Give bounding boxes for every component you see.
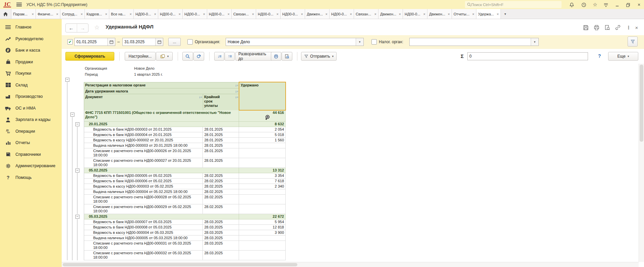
document-cell[interactable]: Выдача наличных НД00-000003 от 20.01.202…	[84, 143, 203, 148]
group-label[interactable]: ФНС 7715 КПП 771501001 (Общество с огран…	[84, 110, 239, 121]
due-date-cell[interactable]: 28.01.2025	[203, 143, 239, 148]
document-cell[interactable]: Выдача наличных НД00-000004 от 05.02.202…	[84, 189, 203, 194]
sidebar-item-7[interactable]: Производство	[0, 91, 62, 103]
global-search[interactable]	[465, 1, 562, 8]
horizontal-scrollbar[interactable]	[62, 262, 639, 267]
due-date-cell[interactable]: 28.03.2025	[203, 251, 239, 260]
history-icon[interactable]	[581, 2, 587, 8]
due-date-cell[interactable]: 28.02.2025	[203, 179, 239, 184]
tab-7[interactable]: НД00-0...×	[158, 9, 183, 19]
due-date-cell[interactable]: 28.02.2025	[203, 204, 239, 214]
organization-combo[interactable]: ▾	[226, 38, 364, 46]
tab-8[interactable]: НД00-0...×	[183, 9, 207, 19]
report-document-row[interactable]: Ведомость в банк НД00-000007 от 05.03.20…	[84, 219, 286, 225]
tab-close-icon[interactable]: ×	[399, 12, 401, 16]
find-button[interactable]	[182, 52, 193, 61]
sidebar-item-13[interactable]: Администрирование	[0, 160, 62, 172]
report-group-row-fns[interactable]: ФНС 7715 КПП 771501001 (Общество с огран…	[84, 110, 286, 122]
group-date-label[interactable]: 20.01.2025	[84, 122, 239, 127]
due-date-cell[interactable]: 28.03.2025	[203, 241, 239, 250]
amount-cell[interactable]	[239, 143, 286, 148]
calendar-icon[interactable]	[155, 38, 163, 46]
report-document-row[interactable]: Ведомость в кассу НД00-000004 от 05.03.2…	[84, 230, 286, 236]
tab-close-icon[interactable]: ×	[81, 12, 83, 16]
amount-cell[interactable]	[239, 148, 286, 158]
tab-close-icon[interactable]: ×	[326, 12, 328, 16]
collapse-groups-button[interactable]: ↓≡	[214, 52, 224, 61]
tab-close-icon[interactable]: ×	[301, 12, 303, 16]
document-cell[interactable]: Ведомость в банк НД00-000004 от 20.01.20…	[84, 132, 203, 137]
due-date-cell[interactable]: 28.01.2025	[203, 127, 239, 132]
report-variants-button[interactable]: ▾	[156, 52, 173, 61]
organization-input[interactable]	[226, 40, 356, 44]
report-document-row[interactable]: Списание с расчетного счета НД00-000026 …	[84, 148, 286, 158]
report-document-row[interactable]: Ведомость в кассу НД00-000003 от 05.02.2…	[84, 184, 286, 189]
due-date-cell[interactable]: 28.02.2025	[203, 184, 239, 189]
sidebar-item-12[interactable]: Справочники	[0, 149, 62, 160]
global-search-input[interactable]	[471, 3, 560, 7]
tab-close-icon[interactable]: ×	[277, 12, 279, 16]
group-total[interactable]: 44 616	[239, 110, 286, 121]
period-checkbox[interactable]: ✔	[67, 39, 73, 45]
amount-cell[interactable]: 3 900	[239, 230, 286, 235]
tab-close-icon[interactable]: ×	[105, 12, 107, 16]
tab-close-icon[interactable]: ×	[228, 12, 230, 16]
expand-groups-button[interactable]: ↑≡	[225, 52, 235, 61]
tab-close-icon[interactable]: ×	[350, 12, 352, 16]
document-cell[interactable]: Ведомость в кассу НД00-000002 от 20.01.2…	[84, 138, 203, 143]
tab-1[interactable]: Парам...×	[11, 9, 36, 19]
tab-close-icon[interactable]: ×	[497, 12, 499, 16]
document-cell[interactable]: Ведомость в кассу НД00-000003 от 05.02.2…	[84, 184, 203, 189]
close-window-icon[interactable]: ×	[636, 2, 642, 8]
horizontal-scroll-thumb[interactable]	[63, 263, 297, 266]
chevron-down-icon[interactable]: ▾	[356, 38, 363, 46]
report-group-row[interactable]: 05.02.202513 312	[84, 168, 286, 173]
document-cell[interactable]: Списание с расчетного счета НД00-000029 …	[84, 204, 203, 214]
report-document-row[interactable]: Ведомость в банк НД00-000008 от 05.03.20…	[84, 225, 286, 230]
tab-11[interactable]: НД00-0...×	[256, 9, 281, 19]
tab-13[interactable]: Движен...×	[305, 9, 330, 19]
document-cell[interactable]: Выдача наличных НД00-000005 от 05.03.202…	[84, 236, 203, 241]
sidebar-item-10[interactable]: Дт КтОперации	[0, 126, 62, 137]
autosum-input[interactable]	[468, 54, 588, 59]
due-date-cell[interactable]: 28.01.2025	[203, 148, 239, 158]
report-org-row[interactable]: Организация Новое Дело	[84, 66, 286, 72]
sidebar-item-8[interactable]: ОС и НМА	[0, 103, 62, 114]
sort-icon[interactable]: ↓≡	[235, 89, 238, 93]
amount-cell[interactable]	[239, 158, 286, 168]
document-cell[interactable]: Списание с расчетного счета НД00-000028 …	[84, 195, 203, 204]
tab-close-icon[interactable]: ×	[203, 12, 205, 16]
chevron-down-icon[interactable]: ▾	[531, 38, 538, 46]
get-link-icon[interactable]	[614, 24, 622, 31]
group-date-label[interactable]: 05.02.2025	[84, 168, 239, 173]
sidebar-item-11[interactable]: Отчеты	[0, 137, 62, 149]
amount-cell[interactable]	[239, 204, 286, 214]
report-document-row[interactable]: Ведомость в кассу НД00-000002 от 20.01.2…	[84, 138, 286, 143]
report-document-row[interactable]: Выдача наличных НД00-000004 от 05.02.202…	[84, 189, 286, 195]
sidebar-item-9[interactable]: Зарплата и кадры	[0, 114, 62, 126]
tab-5[interactable]: Все на...×	[109, 9, 134, 19]
document-cell[interactable]: Ведомость в банк НД00-000006 от 05.02.20…	[84, 179, 203, 184]
report-document-row[interactable]: Ведомость в банк НД00-000006 от 05.02.20…	[84, 179, 286, 184]
report-group-row[interactable]: 20.01.20258 632	[84, 122, 286, 127]
due-date-cell[interactable]: 28.01.2025	[203, 132, 239, 137]
sort-icon[interactable]: ↓≡	[199, 95, 202, 99]
tab-18[interactable]: Движен...×	[427, 9, 452, 19]
group-total[interactable]: 22 672	[239, 214, 286, 219]
tab-close-icon[interactable]: ×	[472, 12, 474, 16]
group-total[interactable]: 8 632	[239, 122, 286, 127]
sort-icon[interactable]: ↓≡	[235, 95, 238, 99]
document-cell[interactable]: Ведомость в банк НД00-000008 от 05.03.20…	[84, 225, 203, 230]
save-icon[interactable]	[582, 24, 589, 31]
tree-expander[interactable]: −	[70, 113, 74, 117]
report-document-row[interactable]: Списание с расчетного счета НД00-000032 …	[84, 251, 286, 260]
tab-16[interactable]: Движен...×	[378, 9, 403, 19]
find-next-button[interactable]	[193, 52, 204, 61]
column-header-amount[interactable]: Удержано	[239, 82, 286, 110]
print-button[interactable]	[271, 52, 281, 61]
autosum-field[interactable]	[467, 52, 588, 60]
amount-cell[interactable]	[239, 189, 286, 194]
tab-12[interactable]: НД00-0...×	[281, 9, 305, 19]
document-cell[interactable]: Ведомость в кассу НД00-000004 от 05.03.2…	[84, 230, 203, 235]
notifications-bell-icon[interactable]	[569, 2, 575, 8]
